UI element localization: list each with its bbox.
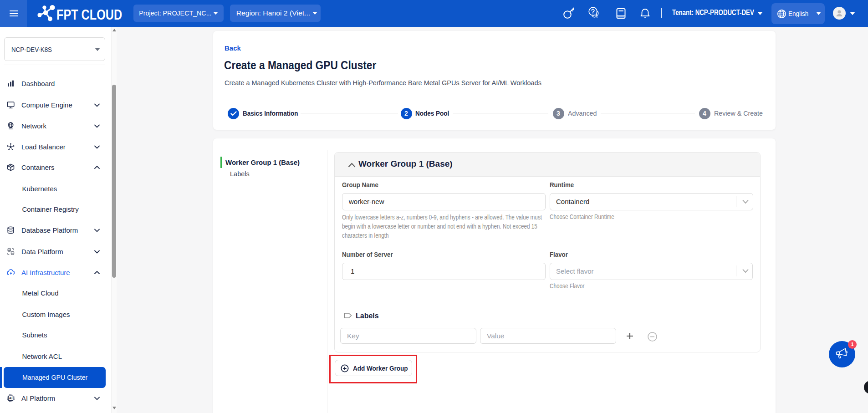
svg-text:AI: AI [9, 396, 13, 400]
